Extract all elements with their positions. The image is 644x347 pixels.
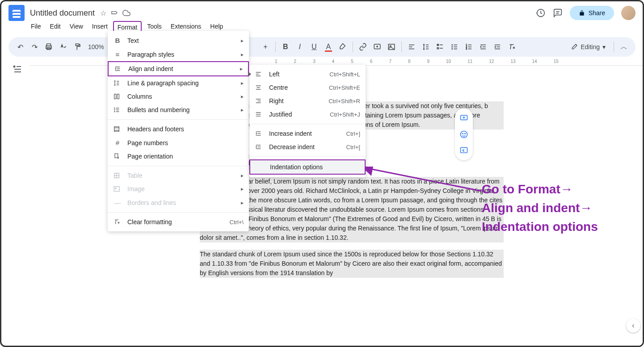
italic-icon[interactable]: I <box>294 41 306 53</box>
share-label: Share <box>589 9 605 17</box>
star-icon[interactable]: ☆ <box>100 9 106 17</box>
align-right-item[interactable]: RightCtrl+Shift+R <box>249 94 366 108</box>
orientation-icon <box>113 153 122 160</box>
lock-icon <box>579 10 585 16</box>
clear-format-icon[interactable] <box>505 41 518 53</box>
menu-view[interactable]: View <box>66 21 87 33</box>
format-page-orientation-item[interactable]: Page orientation <box>108 150 249 163</box>
svg-point-66 <box>115 188 117 189</box>
svg-point-54 <box>114 109 115 110</box>
paint-format-icon[interactable] <box>71 41 84 53</box>
format-image-item: Image▸ <box>108 182 249 196</box>
format-text-item[interactable]: BText▸ <box>108 33 249 47</box>
border-icon: — <box>113 199 122 206</box>
link-icon[interactable] <box>357 41 369 53</box>
annotation-text: Go to Format→ Align and indent→ Indentat… <box>482 180 598 236</box>
svg-point-45 <box>465 134 466 134</box>
checklist-icon[interactable] <box>434 41 446 53</box>
paragraph-3[interactable]: The standard chunk of Lorem Ipsum used s… <box>200 250 504 278</box>
highlight-icon[interactable] <box>337 41 349 53</box>
add-comment-side-icon[interactable] <box>457 111 471 125</box>
share-button[interactable]: Share <box>570 6 614 20</box>
numbered-list-icon[interactable]: 123 <box>463 41 475 53</box>
text-color-icon[interactable]: A <box>322 41 335 53</box>
format-clear-formatting-item[interactable]: Clear formattingCtrl+\ <box>108 215 249 229</box>
line-spacing-icon[interactable] <box>420 41 432 53</box>
align-centre-item[interactable]: CentreCtrl+Shift+E <box>249 81 366 94</box>
format-dropdown-menu: BText▸ ≡Paragraph styles▸ Align and inde… <box>108 31 249 231</box>
bold-icon: B <box>113 37 122 44</box>
left-panel <box>1 59 30 347</box>
increase-indent-icon <box>255 130 264 137</box>
svg-rect-61 <box>115 154 118 158</box>
menubar: File Edit View Insert Format Tools Exten… <box>1 21 643 35</box>
print-icon[interactable] <box>42 41 55 53</box>
editing-label: Editing <box>581 43 600 50</box>
svg-rect-65 <box>114 187 119 192</box>
spellcheck-icon[interactable] <box>57 41 69 53</box>
underline-icon[interactable]: U <box>308 41 320 53</box>
svg-rect-58 <box>114 127 119 132</box>
arrow-right-icon: ▸ <box>241 172 244 179</box>
format-headers-footers-item[interactable]: Headers and footers <box>108 122 249 136</box>
svg-text:3: 3 <box>466 47 467 50</box>
table-icon <box>113 172 122 179</box>
outline-icon[interactable] <box>12 64 25 76</box>
arrow-right-icon: ▸ <box>241 93 244 100</box>
format-paragraph-styles-item[interactable]: ≡Paragraph styles▸ <box>108 47 249 61</box>
add-comment-icon[interactable] <box>371 41 383 53</box>
svg-point-22 <box>452 49 453 50</box>
format-line-spacing-item[interactable]: Line & paragraph spacing▸ <box>108 76 249 90</box>
arrow-right-icon: ▸ <box>241 186 244 192</box>
comment-icon[interactable] <box>553 8 563 18</box>
document-title[interactable]: Untitled document <box>30 8 95 18</box>
increase-indent-item[interactable]: Increase indentCtrl+] <box>249 127 366 140</box>
svg-point-20 <box>452 46 453 47</box>
format-align-indent-item[interactable]: Align and indent▸ <box>108 61 249 76</box>
arrow-right-icon: ▸ <box>241 38 244 44</box>
align-justify-icon <box>255 111 264 118</box>
align-justified-item[interactable]: JustifiedCtrl+Shift+J <box>249 108 366 121</box>
columns-icon <box>113 93 122 100</box>
increase-indent-icon[interactable] <box>491 41 504 53</box>
align-right-icon <box>255 97 264 105</box>
format-bullets-numbering-item[interactable]: Bullets and numbering▸ <box>108 103 249 117</box>
suggest-icon[interactable] <box>457 143 471 158</box>
arrow-right-icon: ▸ <box>241 107 244 113</box>
bullet-list-icon[interactable] <box>448 41 461 53</box>
emoji-icon[interactable] <box>457 127 471 142</box>
svg-point-52 <box>114 108 115 108</box>
history-icon[interactable] <box>536 8 546 18</box>
format-page-numbers-item[interactable]: #Page numbers <box>108 136 249 150</box>
cloud-icon[interactable] <box>122 9 130 17</box>
expand-side-panel-button[interactable]: ‹ <box>626 318 640 333</box>
collapse-icon[interactable]: ︿ <box>618 41 630 53</box>
align-icon[interactable] <box>405 41 418 53</box>
svg-rect-51 <box>117 94 119 99</box>
zoom-dropdown[interactable]: 100% <box>85 43 107 50</box>
bold-icon[interactable]: B <box>279 41 292 53</box>
svg-point-43 <box>461 131 467 138</box>
user-avatar[interactable] <box>621 6 636 20</box>
list-icon <box>113 106 122 113</box>
menu-file[interactable]: File <box>27 21 45 33</box>
editing-mode-button[interactable]: Editing ▾ <box>566 42 610 52</box>
move-icon[interactable] <box>111 9 118 17</box>
decrease-indent-icon[interactable] <box>477 41 489 53</box>
side-comment-toolbar <box>455 109 473 160</box>
arrow-right-icon: ▸ <box>241 200 244 206</box>
docs-logo-icon[interactable] <box>8 5 25 21</box>
svg-rect-50 <box>114 94 116 99</box>
menu-edit[interactable]: Edit <box>46 21 64 33</box>
undo-icon[interactable]: ↶ <box>14 41 26 53</box>
decrease-indent-item[interactable]: Decrease indentCtrl+[ <box>249 140 366 154</box>
align-indent-submenu: LeftCtrl+Shift+L CentreCtrl+Shift+E Righ… <box>249 65 366 177</box>
redo-icon[interactable]: ↷ <box>28 41 41 53</box>
indentation-options-item[interactable]: Indentation options <box>249 159 366 175</box>
format-columns-item[interactable]: Columns▸ <box>108 90 249 103</box>
align-left-item[interactable]: LeftCtrl+Shift+L <box>249 67 366 81</box>
image-icon[interactable] <box>385 41 398 53</box>
svg-point-44 <box>463 134 463 134</box>
plus-icon[interactable]: + <box>259 41 272 53</box>
svg-rect-16 <box>437 48 438 49</box>
